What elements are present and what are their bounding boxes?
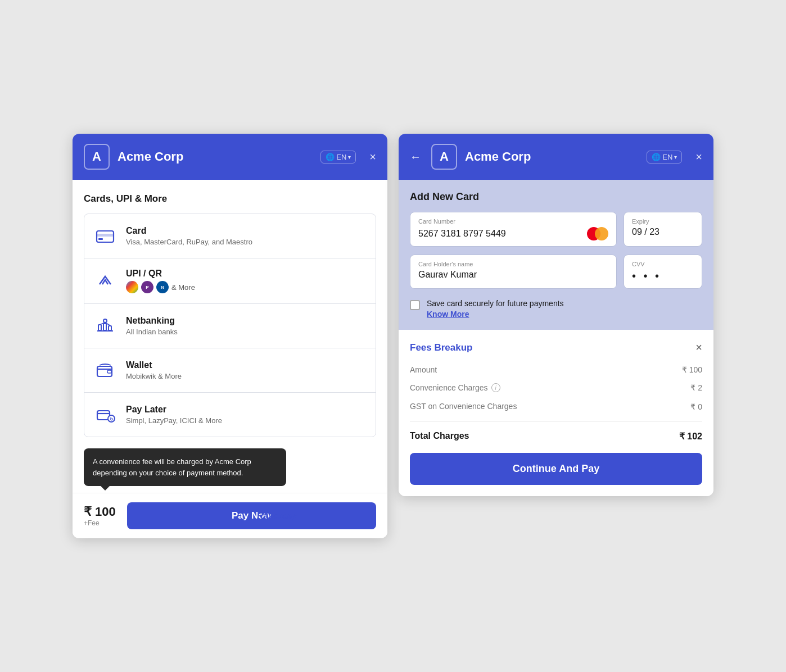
payment-section-title: Cards, UPI & More: [84, 193, 376, 205]
left-panel-footer: ₹ 100 +Fee Razorpay Pay Now: [73, 493, 387, 538]
lang-label: EN: [336, 153, 346, 161]
netbanking-icon: [93, 314, 117, 338]
payment-item-paylater[interactable]: ↻ Pay Later Simpl, LazyPay, ICICI & More: [84, 393, 376, 437]
card-number-row: Card Number 5267 3181 8797 5449 Expiry 0…: [410, 212, 702, 247]
tooltip-area: A convenience fee will be charged by Acm…: [84, 448, 376, 486]
expiry-label: Expiry: [632, 218, 694, 225]
holder-value: Gaurav Kumar: [418, 270, 608, 280]
footer-amount-area: ₹ 100 +Fee: [84, 505, 116, 527]
svg-rect-10: [97, 366, 112, 376]
tooltip-box: A convenience fee will be charged by Acm…: [84, 448, 286, 486]
upi-info: UPI / QR P N & More: [126, 269, 195, 293]
know-more-link[interactable]: Know More: [427, 310, 564, 319]
fees-row-gst: GST on Convenience Charges ₹ 0: [410, 401, 702, 412]
fees-gst-value: ₹ 0: [690, 402, 702, 411]
holder-field[interactable]: Card Holder's name Gaurav Kumar: [410, 255, 617, 289]
payment-item-upi[interactable]: UPI / QR P N & More: [84, 258, 376, 304]
back-button[interactable]: ←: [410, 151, 421, 164]
lang-label-right: EN: [662, 153, 672, 161]
svg-rect-11: [107, 370, 111, 373]
payment-item-card[interactable]: Card Visa, MasterCard, RuPay, and Maestr…: [84, 214, 376, 258]
upi-logos: P N & More: [126, 281, 195, 293]
card-number-label: Card Number: [418, 218, 608, 225]
fees-section: Fees Breakup × Amount ₹ 100 Convenience …: [399, 330, 713, 496]
right-header-title: Acme Corp: [465, 149, 639, 164]
wallet-name: Wallet: [126, 360, 182, 370]
fees-title: Fees Breakup: [410, 342, 473, 353]
right-avatar: A: [431, 144, 457, 170]
info-icon[interactable]: i: [491, 383, 500, 392]
gpay-logo: [126, 281, 138, 293]
cvv-field[interactable]: CVV • • •: [624, 255, 702, 289]
expiry-field[interactable]: Expiry 09 / 23: [624, 212, 702, 247]
fees-close-button[interactable]: ×: [695, 341, 702, 354]
footer-fee: +Fee: [84, 519, 116, 527]
wallet-icon: [93, 358, 117, 382]
upi-more: & More: [171, 283, 195, 292]
paylater-icon: ↻: [93, 403, 117, 426]
fees-total-value: ₹ 102: [679, 431, 702, 442]
npci-logo: N: [156, 281, 169, 293]
fees-row-amount: Amount ₹ 100: [410, 365, 702, 374]
cvv-value: • • •: [632, 270, 694, 283]
svg-rect-5: [109, 326, 111, 330]
left-header: A Acme Corp 🌐 EN ▾ ×: [73, 134, 387, 180]
netbanking-info: Netbanking All Indian banks: [126, 316, 178, 336]
chevron-down-icon-right: ▾: [674, 154, 677, 160]
razorpay-badge: Razorpay: [257, 511, 297, 521]
right-close-button[interactable]: ×: [695, 151, 702, 162]
mastercard-logo: [587, 227, 608, 240]
pay-now-button[interactable]: Pay Now: [127, 502, 376, 529]
save-card-checkbox[interactable]: [410, 300, 420, 310]
continue-and-pay-button[interactable]: Continue And Pay: [410, 453, 702, 485]
paylater-name: Pay Later: [126, 405, 222, 415]
card-number-field[interactable]: Card Number 5267 3181 8797 5449: [410, 212, 617, 247]
holder-cvv-row: Card Holder's name Gaurav Kumar CVV • • …: [410, 255, 702, 289]
payment-item-netbanking[interactable]: Netbanking All Indian banks: [84, 304, 376, 348]
payment-item-wallet[interactable]: Wallet Mobikwik & More: [84, 348, 376, 393]
cvv-label: CVV: [632, 261, 694, 267]
fees-total-label: Total Charges: [410, 431, 469, 441]
lang-icon: 🌐: [326, 153, 335, 161]
card-subtitle: Visa, MasterCard, RuPay, and Maestro: [126, 238, 252, 246]
wallet-subtitle: Mobikwik & More: [126, 372, 182, 380]
upi-name: UPI / QR: [126, 269, 195, 279]
lang-icon-right: 🌐: [652, 153, 661, 161]
fees-row-convenience: Convenience Charges i ₹ 2: [410, 383, 702, 392]
left-close-button[interactable]: ×: [369, 151, 376, 162]
card-name: Card: [126, 226, 252, 236]
right-panel: ← A Acme Corp 🌐 EN ▾ × Add New Card Card…: [399, 134, 713, 496]
svg-rect-1: [97, 234, 114, 237]
card-number-value: 5267 3181 8797 5449: [418, 227, 608, 240]
svg-text:↻: ↻: [110, 417, 114, 422]
save-card-text-area: Save card securely for future payments K…: [427, 299, 564, 319]
footer-amount: ₹ 100: [84, 505, 116, 519]
left-avatar: A: [84, 144, 110, 170]
fees-gst-label: GST on Convenience Charges: [410, 401, 517, 412]
screens-container: A Acme Corp 🌐 EN ▾ × Cards, UPI & More: [73, 134, 713, 538]
svg-rect-4: [103, 324, 106, 330]
svg-rect-2: [98, 238, 103, 240]
left-panel: A Acme Corp 🌐 EN ▾ × Cards, UPI & More: [73, 134, 387, 538]
wallet-info: Wallet Mobikwik & More: [126, 360, 182, 380]
phonepe-logo: P: [141, 281, 153, 293]
paylater-info: Pay Later Simpl, LazyPay, ICICI & More: [126, 405, 222, 425]
fees-convenience-label: Convenience Charges i: [410, 383, 500, 392]
svg-rect-3: [98, 325, 101, 330]
fees-amount-label: Amount: [410, 365, 437, 374]
svg-point-6: [103, 319, 107, 323]
add-card-title: Add New Card: [410, 191, 702, 203]
netbanking-name: Netbanking: [126, 316, 178, 326]
left-header-title: Acme Corp: [118, 149, 313, 164]
chevron-down-icon: ▾: [348, 154, 351, 160]
netbanking-subtitle: All Indian banks: [126, 328, 178, 336]
fees-header: Fees Breakup ×: [410, 341, 702, 354]
left-lang-selector[interactable]: 🌐 EN ▾: [320, 151, 356, 164]
card-icon: [93, 224, 117, 248]
card-info: Card Visa, MasterCard, RuPay, and Maestr…: [126, 226, 252, 246]
right-lang-selector[interactable]: 🌐 EN ▾: [647, 151, 682, 164]
save-card-row: Save card securely for future payments K…: [410, 299, 702, 319]
add-card-section: Add New Card Card Number 5267 3181 8797 …: [399, 180, 713, 330]
save-card-label: Save card securely for future payments: [427, 299, 564, 308]
right-header: ← A Acme Corp 🌐 EN ▾ ×: [399, 134, 713, 180]
